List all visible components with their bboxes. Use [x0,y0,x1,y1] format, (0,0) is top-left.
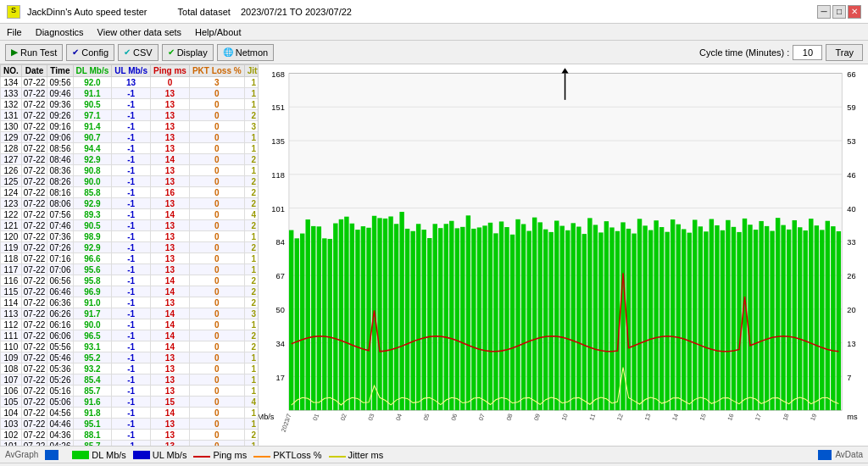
table-row[interactable]: 118 07-22 07:16 96.6 -1 13 0 1 [1,253,259,264]
cell-date: 07-22 [21,286,47,297]
cell-pkt: 0 [189,99,244,110]
tray-button[interactable]: Tray [826,44,863,61]
csv-button[interactable]: ✔ CSV [118,44,159,61]
table-row[interactable]: 122 07-22 07:56 89.3 -1 14 0 4 [1,209,259,220]
cell-pkt: 0 [189,132,244,143]
table-row[interactable]: 102 07-22 04:36 88.1 -1 13 0 2 [1,430,259,441]
table-row[interactable]: 129 07-22 09:06 90.7 -1 13 0 1 [1,132,259,143]
cell-date: 07-22 [21,352,47,363]
cell-date: 07-22 [21,264,47,275]
config-icon: ✔ [72,47,79,57]
table-row[interactable]: 119 07-22 07:26 92.9 -1 13 0 2 [1,242,259,253]
table-row[interactable]: 120 07-22 07:36 98.9 -1 13 0 1 [1,231,259,242]
cell-pkt: 0 [189,110,244,121]
cell-dl: 95.1 [73,419,112,430]
cell-no: 128 [1,143,22,154]
minimize-button[interactable]: ─ [817,5,831,19]
config-button[interactable]: ✔ Config [66,44,114,61]
cell-date: 07-22 [21,132,47,143]
close-button[interactable]: ✕ [848,5,861,19]
cell-ul: -1 [112,242,151,253]
table-row[interactable]: 114 07-22 06:36 91.0 -1 13 0 2 [1,297,259,308]
table-row[interactable]: 113 07-22 06:26 91.7 -1 14 0 3 [1,308,259,319]
cell-dl: 90.7 [73,132,112,143]
header-ul: UL Mb/s [112,65,151,77]
table-row[interactable]: 123 07-22 08:06 92.9 -1 13 0 2 [1,198,259,209]
cell-no: 113 [1,308,22,319]
table-row[interactable]: 101 07-22 04:26 85.7 -1 13 0 1 [1,441,259,447]
menu-help[interactable]: Help/About [192,26,244,38]
legend-ul: UL Mb/s [133,450,187,460]
table-row[interactable]: 128 07-22 08:56 94.4 -1 13 0 1 [1,143,259,154]
cell-jit: 2 [244,430,259,441]
legend-jitter-label: Jitter ms [348,450,384,460]
cell-no: 124 [1,187,22,198]
table-row[interactable]: 131 07-22 09:26 97.1 -1 13 0 2 [1,110,259,121]
table-row[interactable]: 106 07-22 05:16 85.7 -1 13 0 1 [1,386,259,397]
cell-jit: 1 [244,77,259,88]
table-row[interactable]: 130 07-22 09:16 91.4 -1 13 0 3 [1,121,259,132]
display-button[interactable]: ✔ Display [162,44,214,61]
cell-pkt: 0 [189,121,244,132]
table-row[interactable]: 121 07-22 07:46 90.5 -1 13 0 2 [1,220,259,231]
table-row[interactable]: 108 07-22 05:36 93.2 -1 13 0 1 [1,363,259,374]
cell-no: 108 [1,363,22,374]
cell-ping: 13 [150,441,189,447]
svg-text:67: 67 [276,272,285,280]
table-row[interactable]: 111 07-22 06:06 96.5 -1 14 0 2 [1,330,259,341]
legend-dl: DL Mb/s [72,450,126,460]
cell-ping: 13 [150,143,189,154]
display-label: Display [177,47,208,58]
cell-pkt: 0 [189,386,244,397]
legend-bar: AvGraph DL Mb/s UL Mb/s Ping ms PKTLoss … [0,446,868,463]
cell-ping: 13 [150,99,189,110]
table-row[interactable]: 112 07-22 06:16 90.0 -1 14 0 1 [1,319,259,330]
table-row[interactable]: 132 07-22 09:36 90.5 -1 13 0 1 [1,99,259,110]
table-row[interactable]: 116 07-22 06:56 95.8 -1 14 0 2 [1,275,259,286]
cell-pkt: 0 [189,275,244,286]
cell-no: 132 [1,99,22,110]
cell-ping: 13 [150,374,189,386]
table-row[interactable]: 104 07-22 04:56 91.8 -1 14 0 1 [1,408,259,419]
cell-ul: -1 [112,110,151,121]
table-row[interactable]: 127 07-22 08:46 92.9 -1 14 0 2 [1,154,259,165]
cell-ul: -1 [112,319,151,330]
menu-diagnostics[interactable]: Diagnostics [32,26,87,38]
svg-text:50: 50 [276,306,285,314]
svg-text:40: 40 [847,205,855,214]
cell-ul: -1 [112,264,151,275]
cell-jit: 1 [244,264,259,275]
cell-dl: 90.8 [73,165,112,176]
svg-text:84: 84 [276,238,285,247]
svg-text:34: 34 [276,340,285,348]
table-row[interactable]: 109 07-22 05:46 95.2 -1 13 0 1 [1,352,259,363]
table-row[interactable]: 126 07-22 08:36 90.8 -1 13 0 1 [1,165,259,176]
cell-dl: 95.6 [73,264,112,275]
table-row[interactable]: 124 07-22 08:16 85.8 -1 16 0 2 [1,187,259,198]
cell-ping: 13 [150,231,189,242]
table-row[interactable]: 117 07-22 07:06 95.6 -1 13 0 1 [1,264,259,275]
run-test-button[interactable]: ▶ Run Test [5,44,63,61]
cell-ul: -1 [112,176,151,187]
table-row[interactable]: 125 07-22 08:26 90.0 -1 13 0 2 [1,176,259,187]
menu-view-data[interactable]: View other data sets [94,26,185,38]
cell-time: 05:56 [47,341,73,352]
menu-file[interactable]: File [3,26,25,38]
cell-no: 101 [1,441,22,447]
cell-jit: 2 [244,220,259,231]
table-row[interactable]: 134 07-22 09:56 92.0 13 0 3 1 [1,77,259,88]
netmon-button[interactable]: 🌐 Netmon [217,44,275,61]
svg-text:151: 151 [271,103,284,112]
table-row[interactable]: 133 07-22 09:46 91.1 -1 13 0 1 [1,88,259,99]
maximize-button[interactable]: □ [832,5,846,19]
cell-ping: 13 [150,176,189,187]
table-row[interactable]: 107 07-22 05:26 85.4 -1 13 0 1 [1,374,259,386]
cell-pkt: 0 [189,198,244,209]
cell-time: 05:36 [47,363,73,374]
cell-dl: 95.8 [73,275,112,286]
table-row[interactable]: 115 07-22 06:46 96.9 -1 14 0 2 [1,286,259,297]
table-row[interactable]: 105 07-22 05:06 91.6 -1 15 0 4 [1,397,259,408]
table-row[interactable]: 110 07-22 05:56 93.1 -1 14 0 2 [1,341,259,352]
cycle-time-input[interactable] [793,45,822,60]
table-row[interactable]: 103 07-22 04:46 95.1 -1 13 0 1 [1,419,259,430]
